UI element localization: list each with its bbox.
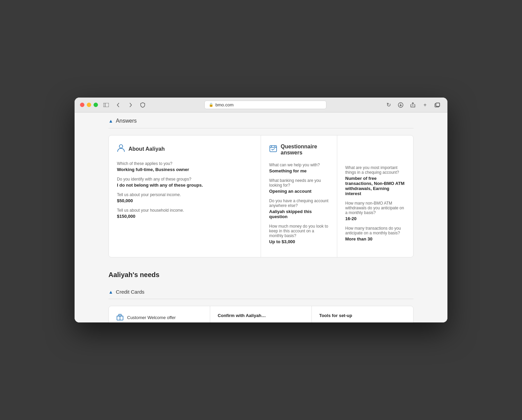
q-label-3: How much money do you look to keep in th… (269, 224, 329, 238)
about-value-2: $50,000 (117, 198, 253, 203)
qr-field-2: How many transactions do you anticipate … (345, 226, 405, 241)
qr-label-2: How many transactions do you anticipate … (345, 226, 405, 235)
cc-right-column: Tools for set-up Credit Card FAQs Credit… (312, 306, 413, 322)
answers-chevron-icon[interactable]: ▲ (108, 118, 113, 124)
answers-cards-grid: About Aaliyah Which of these applies to … (108, 135, 414, 257)
forward-button[interactable] (126, 101, 135, 109)
lock-icon: 🔒 (209, 103, 214, 107)
questionnaire-title: Questionnaire answers (281, 144, 329, 156)
address-bar-wrap: 🔒 bmo.com (151, 101, 380, 109)
url-text: bmo.com (216, 102, 234, 107)
q-field-3: How much money do you look to keep in th… (269, 224, 329, 244)
answers-section-title: Answers (116, 118, 137, 124)
gift-icon (116, 313, 124, 322)
qr-value-2: More than 30 (345, 236, 405, 241)
q-label-1: What banking needs are you looking for? (269, 178, 329, 188)
qr-field-1: How many non-BMO ATM withdrawals do you … (345, 201, 405, 221)
browser-chrome: 🔒 bmo.com ↻ + (75, 98, 447, 112)
cc-middle-column: Confirm with Aaliyah… Their preference f… (210, 306, 312, 322)
cc-left-column: Customer Welcome offer See details ▾ (109, 306, 210, 322)
about-field-3: Tell us about your household income. $15… (117, 208, 253, 219)
q-field-1: What banking needs are you looking for? … (269, 178, 329, 194)
qr-field-0: What are you most important things in a … (345, 165, 405, 196)
about-label-3: Tell us about your household income. (117, 208, 253, 213)
cc-confirm-title: Confirm with Aaliyah… (218, 313, 304, 318)
questionnaire-title-row: Questionnaire answers (269, 144, 329, 156)
traffic-light-minimize[interactable] (87, 103, 91, 107)
about-value-1: I do not belong with any of these groups… (117, 183, 253, 188)
cc-tools-title: Tools for set-up (319, 313, 406, 318)
questionnaire-card: Questionnaire answers What can we help y… (261, 135, 413, 257)
browser-actions: ↻ + (384, 100, 442, 110)
credit-cards-subsection-title: Credit Cards (116, 289, 144, 295)
about-aaliyah-title-row: About Aaliyah (117, 144, 253, 154)
about-label-0: Which of these applies to you? (117, 161, 253, 166)
needs-title: Aaliyah's needs (108, 271, 414, 279)
about-field-0: Which of these applies to you? Working f… (117, 161, 253, 172)
new-tab-button[interactable]: + (420, 100, 430, 110)
q-value-0: Something for me (269, 168, 329, 173)
q-label-0: What can we help you with? (269, 163, 329, 167)
q-label-2: Do you have a chequing account anywhere … (269, 198, 329, 208)
about-label-2: Tell us about your personal income. (117, 192, 253, 197)
answers-section-header: ▲ Answers (108, 112, 414, 128)
svg-point-8 (119, 145, 123, 148)
qr-value-0: Number of free transactions, Non-BMO ATM… (345, 176, 405, 196)
sidebar-toggle-button[interactable] (102, 101, 110, 109)
questionnaire-icon (269, 145, 277, 155)
share-button[interactable] (408, 100, 418, 110)
download-button[interactable] (396, 100, 405, 110)
back-button[interactable] (114, 101, 122, 109)
qr-label-1: How many non-BMO ATM withdrawals do you … (345, 201, 405, 215)
credit-cards-subsection-header: ▲ Credit Cards (108, 284, 414, 299)
address-bar[interactable]: 🔒 bmo.com (204, 101, 326, 109)
shield-icon[interactable] (139, 101, 147, 109)
mac-window: 🔒 bmo.com ↻ + (75, 98, 447, 322)
svg-rect-6 (436, 103, 440, 106)
qr-label-0: What are you most important things in a … (345, 165, 405, 175)
q-field-0: What can we help you with? Something for… (269, 163, 329, 173)
credit-cards-chevron-icon[interactable]: ▲ (108, 289, 113, 295)
tabs-button[interactable] (433, 100, 442, 110)
about-aaliyah-card: About Aaliyah Which of these applies to … (109, 135, 261, 257)
cc-welcome-offer-row: Customer Welcome offer (116, 313, 202, 322)
qr-value-1: 16-20 (345, 216, 405, 221)
svg-rect-0 (103, 103, 109, 107)
about-aaliyah-title: About Aaliyah (128, 146, 165, 152)
questionnaire-right-section: What are you most important things in a … (337, 135, 414, 257)
about-field-2: Tell us about your personal income. $50,… (117, 192, 253, 203)
traffic-light-close[interactable] (80, 103, 84, 107)
q-value-3: Up to $3,000 (269, 239, 329, 244)
credit-cards-grid: Customer Welcome offer See details ▾ (108, 306, 414, 322)
refresh-button[interactable]: ↻ (384, 100, 393, 110)
q-field-2: Do you have a chequing account anywhere … (269, 198, 329, 219)
questionnaire-left-section: Questionnaire answers What can we help y… (261, 135, 337, 257)
q-value-1: Opening an account (269, 189, 329, 194)
traffic-light-fullscreen[interactable] (94, 103, 98, 107)
page-content: ▲ Answers About Aaliyah Which of these a… (75, 112, 447, 322)
svg-rect-9 (270, 146, 277, 152)
person-icon (117, 144, 125, 154)
about-field-1: Do you identify with any of these groups… (117, 177, 253, 188)
q-value-2: Aaliyah skipped this question (269, 209, 329, 219)
cc-welcome-offer-title: Customer Welcome offer (127, 315, 176, 320)
about-label-1: Do you identify with any of these groups… (117, 177, 253, 182)
about-value-0: Working full-time, Business owner (117, 167, 253, 172)
traffic-lights (80, 103, 98, 107)
needs-section: Aaliyah's needs ▲ Credit Cards (108, 271, 414, 322)
about-value-3: $150,000 (117, 214, 253, 219)
